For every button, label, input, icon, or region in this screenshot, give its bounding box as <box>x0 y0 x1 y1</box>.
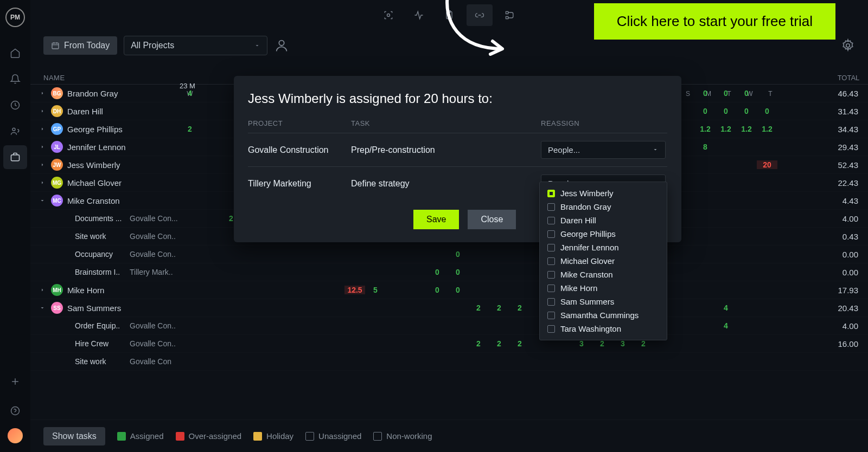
hours-cell[interactable] <box>716 250 736 259</box>
hours-cell[interactable] <box>241 268 262 276</box>
hours-cell[interactable] <box>324 304 344 312</box>
checkbox[interactable] <box>547 312 555 319</box>
hours-cell[interactable] <box>241 339 262 348</box>
hours-cell[interactable] <box>695 286 716 294</box>
hours-cell[interactable] <box>386 268 406 276</box>
hours-cell[interactable]: 2 <box>633 339 654 348</box>
hours-cell[interactable] <box>303 250 324 259</box>
hours-cell[interactable] <box>695 304 716 312</box>
hours-cell[interactable] <box>303 268 324 276</box>
hours-cell[interactable] <box>221 268 241 276</box>
dropdown-option[interactable]: George Phillips <box>540 227 667 241</box>
gear-icon[interactable] <box>841 38 855 53</box>
checkbox[interactable] <box>547 190 555 197</box>
hours-cell[interactable] <box>489 321 509 330</box>
hours-cell[interactable] <box>448 304 468 312</box>
hours-cell[interactable] <box>200 321 221 330</box>
dropdown-option[interactable]: Michael Glover <box>540 254 667 268</box>
task-row[interactable]: Brainstorm I..Tillery Mark..000.00 <box>30 263 868 281</box>
hours-cell[interactable] <box>777 89 798 98</box>
activity-icon[interactable] <box>406 4 432 26</box>
show-tasks-button[interactable]: Show tasks <box>43 427 105 445</box>
hours-cell[interactable] <box>736 214 757 223</box>
checkbox[interactable] <box>547 271 555 279</box>
hours-cell[interactable] <box>262 286 283 294</box>
hours-cell[interactable] <box>674 339 695 348</box>
hours-cell[interactable] <box>221 250 241 259</box>
hours-cell[interactable] <box>757 286 777 294</box>
hours-cell[interactable] <box>344 304 365 312</box>
hours-cell[interactable] <box>365 321 386 330</box>
hours-cell[interactable] <box>200 89 221 98</box>
hours-cell[interactable] <box>777 214 798 223</box>
hours-cell[interactable] <box>427 321 448 330</box>
cta-banner[interactable]: Click here to start your free trial <box>594 3 835 40</box>
hours-cell[interactable] <box>757 143 777 151</box>
hours-cell[interactable] <box>406 268 427 276</box>
hours-cell[interactable] <box>736 286 757 294</box>
hours-cell[interactable] <box>180 339 200 348</box>
hours-cell[interactable] <box>489 268 509 276</box>
people-dropdown[interactable]: Jess WimberlyBrandon GrayDaren HillGeorg… <box>539 182 667 340</box>
hours-cell[interactable]: 0 <box>716 89 736 98</box>
chevron-down-icon[interactable] <box>39 304 47 313</box>
hours-cell[interactable] <box>674 250 695 259</box>
scan-icon[interactable] <box>375 4 401 26</box>
hours-cell[interactable] <box>365 304 386 312</box>
hours-cell[interactable] <box>736 268 757 276</box>
hours-cell[interactable]: 0 <box>716 107 736 115</box>
hours-cell[interactable]: 5 <box>365 286 386 294</box>
projects-select[interactable]: All Projects <box>124 36 267 55</box>
hours-cell[interactable] <box>324 250 344 259</box>
dropdown-option[interactable]: Jennifer Lennon <box>540 241 667 254</box>
hours-cell[interactable]: 0 <box>427 286 448 294</box>
hours-cell[interactable] <box>283 321 303 330</box>
hours-cell[interactable]: 0 <box>757 107 777 115</box>
hours-cell[interactable]: 1.2 <box>757 125 777 133</box>
hours-cell[interactable] <box>180 268 200 276</box>
hours-cell[interactable] <box>200 250 221 259</box>
hours-cell[interactable]: 1.2 <box>716 125 736 133</box>
hours-cell[interactable] <box>406 321 427 330</box>
hours-cell[interactable] <box>200 160 221 169</box>
hours-cell[interactable] <box>695 321 716 330</box>
chevron-down-icon[interactable] <box>39 196 47 205</box>
hours-cell[interactable] <box>262 304 283 312</box>
hours-cell[interactable] <box>303 339 324 348</box>
hours-cell[interactable] <box>386 339 406 348</box>
hours-cell[interactable] <box>736 143 757 151</box>
hours-cell[interactable] <box>406 286 427 294</box>
briefcase-icon[interactable] <box>3 145 27 169</box>
chevron-right-icon[interactable] <box>39 286 47 295</box>
hours-cell[interactable]: 1.2 <box>736 125 757 133</box>
hours-cell[interactable] <box>777 321 798 330</box>
hours-cell[interactable] <box>757 89 777 98</box>
hours-cell[interactable]: 12.5 <box>344 286 365 294</box>
checkbox[interactable] <box>547 298 555 306</box>
hours-cell[interactable]: 0 <box>448 268 468 276</box>
hours-cell[interactable] <box>716 143 736 151</box>
hours-cell[interactable] <box>180 304 200 312</box>
hours-cell[interactable] <box>716 286 736 294</box>
hours-cell[interactable] <box>736 250 757 259</box>
hours-cell[interactable]: 20 <box>757 160 777 169</box>
hours-cell[interactable] <box>551 339 571 348</box>
task-row[interactable]: OccupancyGovalle Con..00.00 <box>30 246 868 263</box>
dropdown-option[interactable]: Daren Hill <box>540 214 667 227</box>
dropdown-option[interactable]: Brandon Gray <box>540 200 667 214</box>
hours-cell[interactable] <box>509 268 530 276</box>
hours-cell[interactable] <box>777 160 798 169</box>
hours-cell[interactable] <box>283 268 303 276</box>
hours-cell[interactable] <box>283 304 303 312</box>
people-icon[interactable] <box>3 119 27 143</box>
hours-cell[interactable]: 4 <box>716 321 736 330</box>
hours-cell[interactable] <box>283 250 303 259</box>
hours-cell[interactable] <box>241 304 262 312</box>
chevron-right-icon[interactable] <box>39 89 47 98</box>
hours-cell[interactable] <box>262 321 283 330</box>
hours-cell[interactable] <box>489 250 509 259</box>
hours-cell[interactable] <box>674 321 695 330</box>
dropdown-option[interactable]: Mike Cranston <box>540 268 667 281</box>
hours-cell[interactable] <box>406 250 427 259</box>
hours-cell[interactable] <box>365 339 386 348</box>
